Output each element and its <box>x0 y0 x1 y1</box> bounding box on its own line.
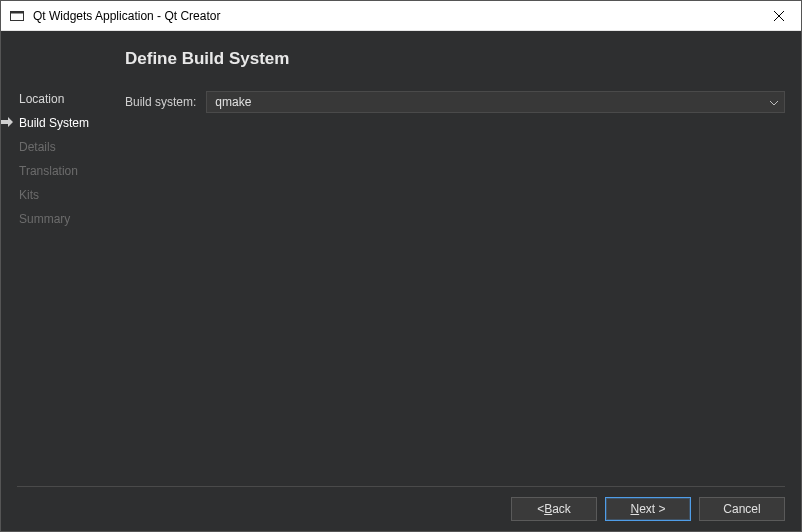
wizard-body: Location Build System Details Translatio… <box>1 31 801 531</box>
back-button[interactable]: < Back <box>511 497 597 521</box>
build-system-value: qmake <box>215 95 251 109</box>
chevron-down-icon <box>770 95 778 109</box>
close-button[interactable] <box>757 1 801 31</box>
build-system-label: Build system: <box>125 95 196 109</box>
build-system-select[interactable]: qmake <box>206 91 785 113</box>
build-system-row: Build system: qmake <box>125 91 785 113</box>
wizard-footer: < Back Next > Cancel <box>1 487 801 531</box>
svg-rect-1 <box>11 11 24 13</box>
step-label: Location <box>19 92 64 106</box>
step-details: Details <box>17 135 113 159</box>
step-kits: Kits <box>17 183 113 207</box>
app-icon <box>9 8 25 24</box>
step-label: Translation <box>19 164 78 178</box>
step-summary: Summary <box>17 207 113 231</box>
step-translation: Translation <box>17 159 113 183</box>
window-title: Qt Widgets Application - Qt Creator <box>33 9 757 23</box>
cancel-button[interactable]: Cancel <box>699 497 785 521</box>
page-title: Define Build System <box>125 49 785 69</box>
step-label: Details <box>19 140 56 154</box>
wizard-sidebar: Location Build System Details Translatio… <box>17 47 113 478</box>
wizard-window: Qt Widgets Application - Qt Creator Loca… <box>0 0 802 532</box>
step-location: Location <box>17 87 113 111</box>
next-button[interactable]: Next > <box>605 497 691 521</box>
wizard-content: Location Build System Details Translatio… <box>1 31 801 486</box>
step-label: Build System <box>19 116 89 130</box>
close-icon <box>774 11 784 21</box>
step-build-system: Build System <box>17 111 113 135</box>
titlebar: Qt Widgets Application - Qt Creator <box>1 1 801 31</box>
step-label: Summary <box>19 212 70 226</box>
arrow-right-icon <box>1 116 13 130</box>
step-label: Kits <box>19 188 39 202</box>
wizard-main: Define Build System Build system: qmake <box>125 47 785 478</box>
